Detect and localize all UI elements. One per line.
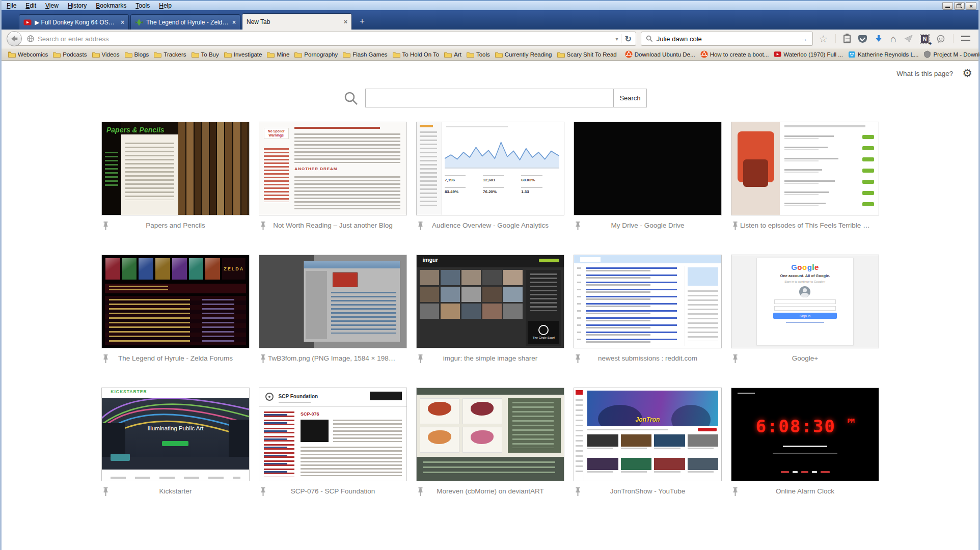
pin-icon[interactable] bbox=[103, 487, 108, 496]
tile-title[interactable]: imgur: the simple image sharer bbox=[416, 354, 564, 362]
tab-close-icon[interactable]: × bbox=[232, 19, 236, 26]
bookmark-folder-to-buy[interactable]: To Buy bbox=[189, 50, 222, 59]
pin-icon[interactable] bbox=[260, 222, 266, 230]
bookmark-folder-to-hold-on-to[interactable]: To Hold On To bbox=[390, 50, 442, 59]
tile-kickstarter[interactable]: KICKSTARTER Illuminating bbox=[101, 388, 250, 497]
newtab-search-button[interactable]: Search bbox=[613, 89, 647, 107]
tile-zelda-forums[interactable]: ZELDA The Legend of Hyrule - Zelda Forum… bbox=[101, 255, 250, 364]
tile-png-image[interactable]: TwB3fom.png (PNG Image, 1584 × 1980 pixe… bbox=[259, 255, 407, 364]
tile-papers-and-pencils[interactable]: Papers & Pencils Papers and Pencils bbox=[101, 122, 250, 231]
pin-icon[interactable] bbox=[732, 354, 738, 363]
tile-title[interactable]: Google+ bbox=[731, 354, 879, 362]
thumbnail[interactable]: ZELDA bbox=[101, 255, 250, 348]
restore-button[interactable] bbox=[954, 2, 965, 10]
bookmark-folder-webcomics[interactable]: Webcomics bbox=[6, 50, 50, 59]
tile-title[interactable]: Kickstarter bbox=[101, 487, 250, 495]
back-button[interactable] bbox=[7, 31, 22, 46]
home-icon[interactable]: ⌂ bbox=[890, 34, 896, 44]
thumbnail[interactable]: SCP Foundation SCP-076 bbox=[259, 388, 407, 481]
menu-bookmarks[interactable]: Bookmarks bbox=[96, 2, 126, 9]
bookmark-katherine-reynolds[interactable]: Katherine Reynolds L... bbox=[846, 49, 921, 59]
bookmark-folder-blogs[interactable]: Blogs bbox=[122, 50, 152, 59]
thumbnail[interactable] bbox=[574, 255, 722, 348]
minimize-button[interactable] bbox=[942, 2, 953, 10]
pin-icon[interactable] bbox=[732, 487, 738, 496]
what-is-this-page-link[interactable]: What is this page? bbox=[896, 70, 953, 77]
tab-new-tab[interactable]: New Tab × bbox=[242, 13, 352, 30]
search-go-icon[interactable]: → bbox=[801, 35, 808, 43]
tile-title[interactable]: Papers and Pencils bbox=[101, 222, 250, 229]
tile-title[interactable]: SCP-076 - SCP Foundation bbox=[259, 487, 407, 495]
thumbnail[interactable]: Google One account. All of Google. Sign … bbox=[731, 255, 879, 348]
menu-tools[interactable]: Tools bbox=[135, 2, 150, 9]
tile-deviantart[interactable]: Moreven (cbMorrie) on deviantART bbox=[416, 388, 564, 497]
address-dropdown-icon[interactable]: ▾ bbox=[615, 36, 618, 42]
thumbnail[interactable]: KICKSTARTER Illuminating bbox=[101, 388, 250, 481]
pin-icon[interactable] bbox=[575, 487, 581, 496]
bookmark-project-m[interactable]: Project M - Download bbox=[921, 49, 980, 59]
pocket-icon[interactable] bbox=[858, 35, 867, 43]
tile-title[interactable]: Audience Overview - Google Analytics bbox=[416, 222, 564, 229]
thumbnail[interactable] bbox=[416, 388, 564, 481]
bookmark-folder-tools[interactable]: Tools bbox=[464, 50, 493, 59]
tab-close-icon[interactable]: × bbox=[121, 19, 124, 26]
bookmark-waterloo-youtube[interactable]: Waterloo (1970) Full ... bbox=[771, 49, 846, 59]
bookmark-folder-videos[interactable]: Videos bbox=[90, 50, 122, 59]
tile-scp-foundation[interactable]: SCP Foundation SCP-076 SCP-076 - SCP Fou… bbox=[259, 388, 407, 497]
send-tab-icon[interactable] bbox=[904, 35, 913, 43]
tab-donkey-kong[interactable]: ▶ Full Donkey Kong 64 OST - ... × bbox=[19, 14, 129, 30]
bookmark-folder-investigate[interactable]: Investigate bbox=[222, 50, 265, 59]
tile-title[interactable]: TwB3fom.png (PNG Image, 1584 × 1980 pixe… bbox=[259, 354, 407, 362]
tile-title[interactable]: Listen to episodes of This Feels Terribl… bbox=[731, 222, 879, 229]
tab-zelda-forums[interactable]: The Legend of Hyrule - Zelda ... × bbox=[130, 14, 240, 30]
menu-help[interactable]: Help bbox=[159, 2, 172, 9]
tile-title[interactable]: My Drive - Google Drive bbox=[574, 222, 722, 229]
tile-google-analytics[interactable]: 7,196 12,601 60.03% 83.49% 76.20% 1.33 A… bbox=[416, 122, 564, 231]
thumbnail[interactable]: imgur The Circle Scarf bbox=[416, 255, 564, 348]
address-input[interactable] bbox=[38, 35, 612, 43]
tile-this-feels-terrible[interactable]: Listen to episodes of This Feels Terribl… bbox=[731, 122, 879, 231]
pin-icon[interactable] bbox=[260, 354, 266, 363]
tile-not-worth-reading[interactable]: No Spoiler Warnings ANOTHER DREAM Not Wo… bbox=[259, 122, 407, 231]
pin-icon[interactable] bbox=[418, 222, 423, 230]
onenote-clipper-icon[interactable]: N bbox=[921, 35, 929, 43]
tile-title[interactable]: Moreven (cbMorrie) on deviantART bbox=[416, 487, 564, 495]
thumbnail[interactable]: 6:08:30 PM bbox=[731, 388, 879, 481]
tile-title[interactable]: JonTronShow - YouTube bbox=[574, 487, 722, 495]
bookmark-folder-trackers[interactable]: Trackers bbox=[151, 50, 188, 59]
thumbnail[interactable] bbox=[259, 255, 407, 348]
menu-file[interactable]: File bbox=[7, 2, 16, 9]
address-bar[interactable]: ▾ ↻ bbox=[15, 32, 636, 46]
menu-view[interactable]: View bbox=[45, 2, 59, 9]
thumbnail[interactable]: JonTron bbox=[574, 388, 722, 481]
download-icon[interactable] bbox=[875, 35, 883, 42]
thumbnail[interactable] bbox=[731, 122, 879, 215]
bookmark-download-ubuntu[interactable]: Download Ubuntu De... bbox=[622, 49, 698, 59]
new-tab-button[interactable]: + bbox=[356, 15, 369, 28]
pin-icon[interactable] bbox=[418, 487, 423, 496]
clipboard-icon[interactable] bbox=[843, 35, 851, 43]
tile-imgur[interactable]: imgur The Circle Scarf imgur: the simple… bbox=[416, 255, 564, 364]
reload-icon[interactable]: ↻ bbox=[624, 34, 631, 44]
pin-icon[interactable] bbox=[575, 354, 581, 363]
menu-hamburger-icon[interactable] bbox=[961, 36, 970, 42]
tab-close-icon[interactable]: × bbox=[344, 18, 347, 25]
bookmark-folder-art[interactable]: Art bbox=[442, 50, 464, 59]
menu-edit[interactable]: Edit bbox=[25, 2, 36, 9]
bookmark-folder-scary-shit-to-read[interactable]: Scary Shit To Read bbox=[555, 50, 619, 59]
tile-google-plus[interactable]: Google One account. All of Google. Sign … bbox=[731, 255, 879, 364]
pin-icon[interactable] bbox=[103, 222, 108, 230]
tile-title[interactable]: The Legend of Hyrule - Zelda Forums bbox=[101, 354, 250, 362]
thumbnail[interactable]: 7,196 12,601 60.03% 83.49% 76.20% 1.33 bbox=[416, 122, 564, 215]
bookmark-star-icon[interactable]: ☆ bbox=[819, 34, 828, 44]
pin-icon[interactable] bbox=[732, 222, 738, 230]
tile-jontronshow[interactable]: JonTron JonTr bbox=[574, 388, 722, 497]
tile-reddit[interactable]: newest submissions : reddit.com bbox=[574, 255, 722, 364]
gear-icon[interactable]: ⚙ bbox=[962, 68, 972, 79]
pin-icon[interactable] bbox=[418, 354, 423, 363]
tile-google-drive[interactable]: My Drive - Google Drive bbox=[574, 122, 722, 231]
tile-online-alarm-clock[interactable]: 6:08:30 PM Online Alarm Clock bbox=[731, 388, 879, 497]
thumbnail[interactable] bbox=[574, 122, 722, 215]
tile-title[interactable]: newest submissions : reddit.com bbox=[574, 354, 722, 362]
bookmark-folder-flash-games[interactable]: Flash Games bbox=[340, 50, 390, 59]
